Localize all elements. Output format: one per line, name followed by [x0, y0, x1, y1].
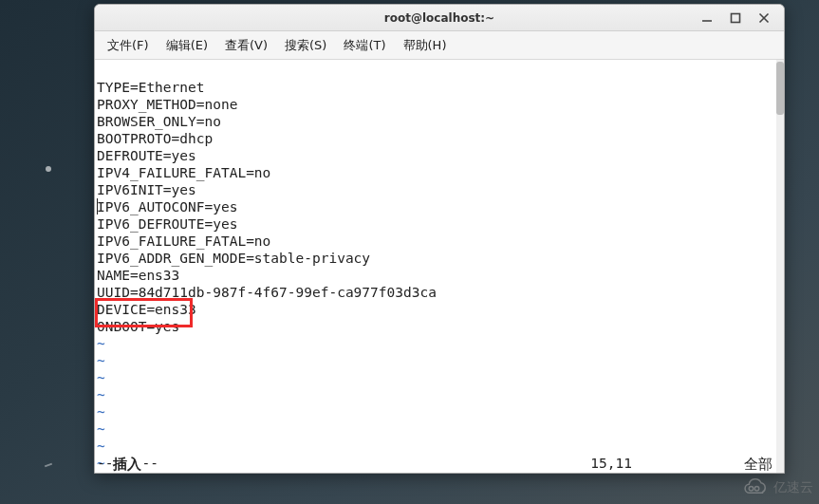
scrollbar[interactable] [776, 60, 784, 473]
titlebar: root@localhost:~ [95, 5, 784, 31]
config-line: PROXY_METHOD=none [97, 97, 237, 112]
window-controls [698, 5, 780, 30]
vim-status-line: -- 插入 -- 15,11 全部 [97, 456, 774, 473]
vim-mode: 插入 [113, 456, 141, 473]
vim-tilde: ~ [97, 421, 105, 437]
menu-view[interactable]: 查看(V) [216, 33, 276, 58]
vim-mode-suffix: -- [141, 456, 158, 473]
config-line: TYPE=Ethernet [97, 80, 205, 95]
terminal-viewport[interactable]: TYPE=Ethernet PROXY_METHOD=none BROWSER_… [95, 60, 784, 473]
vim-tilde: ~ [97, 336, 105, 351]
scrollbar-thumb[interactable] [776, 62, 784, 115]
vim-tilde: ~ [97, 439, 105, 454]
config-line: DEFROUTE=yes [97, 148, 196, 163]
minimize-icon [701, 12, 713, 24]
terminal-text: TYPE=Ethernet PROXY_METHOD=none BROWSER_… [97, 62, 774, 473]
vim-tilde: ~ [97, 387, 105, 402]
close-button[interactable] [755, 9, 772, 27]
window-title: root@localhost:~ [384, 11, 494, 25]
terminal-window: root@localhost:~ 文件(F) 编辑(E) 查看(V) 搜索(S)… [94, 4, 785, 474]
config-line: IPV6_FAILURE_FATAL=no [97, 233, 270, 249]
maximize-button[interactable] [727, 9, 744, 27]
vim-tilde: ~ [97, 404, 105, 420]
dock-indicator-dot [46, 166, 51, 172]
svg-point-4 [754, 487, 759, 492]
config-line: DEVICE=ens33 [97, 302, 196, 317]
config-line: IPV4_FAILURE_FATAL=no [97, 165, 270, 180]
config-line: IPV6_AUTOCONF=yes [97, 199, 237, 215]
vim-mode-prefix: -- [97, 456, 113, 473]
config-line: IPV6_ADDR_GEN_MODE=stable-privacy [97, 251, 370, 266]
config-line: IPV6_DEFROUTE=yes [97, 216, 237, 232]
config-line: NAME=ens33 [97, 268, 179, 283]
config-line: BOOTPROTO=dhcp [97, 131, 213, 146]
cloud-icon [741, 477, 770, 498]
svg-point-5 [749, 487, 754, 492]
close-icon [758, 12, 770, 24]
dock-indicator-slash [45, 463, 52, 468]
config-line: IPV6INIT=yes [97, 182, 196, 197]
watermark-text: 亿速云 [773, 479, 813, 496]
watermark: 亿速云 [741, 476, 813, 500]
menu-help[interactable]: 帮助(H) [395, 33, 456, 58]
menu-file[interactable]: 文件(F) [99, 33, 158, 58]
config-line: UUID=84d711db-987f-4f67-99ef-ca977f03d3c… [97, 285, 437, 300]
vim-tilde: ~ [97, 370, 105, 385]
config-line: BROWSER_ONLY=no [97, 114, 221, 129]
vim-tilde: ~ [97, 353, 105, 368]
menu-search[interactable]: 搜索(S) [276, 33, 335, 58]
config-line: ONBOOT=yes [97, 319, 179, 334]
menu-edit[interactable]: 编辑(E) [158, 33, 216, 58]
menubar: 文件(F) 编辑(E) 查看(V) 搜索(S) 终端(T) 帮助(H) [95, 31, 784, 60]
minimize-button[interactable] [698, 9, 716, 27]
menu-terminal[interactable]: 终端(T) [335, 33, 394, 58]
maximize-icon [730, 12, 741, 24]
vim-scroll-percent: 全部 [744, 456, 772, 473]
svg-rect-1 [732, 13, 740, 22]
vim-cursor-position: 15,11 [590, 456, 632, 471]
